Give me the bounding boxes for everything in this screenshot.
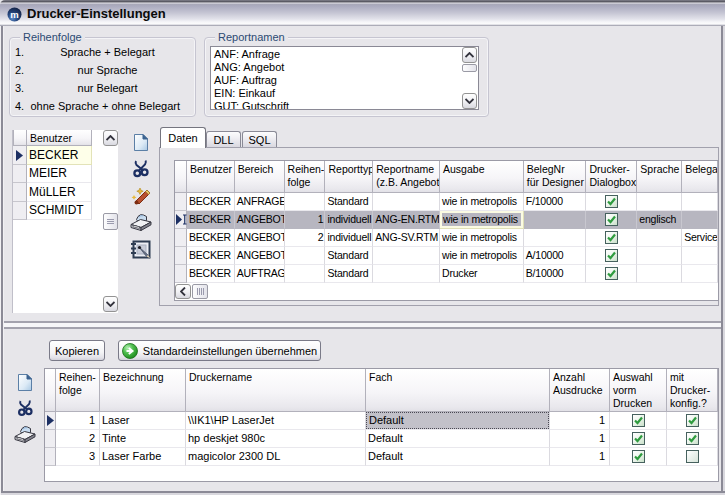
- svg-text:m: m: [10, 9, 18, 20]
